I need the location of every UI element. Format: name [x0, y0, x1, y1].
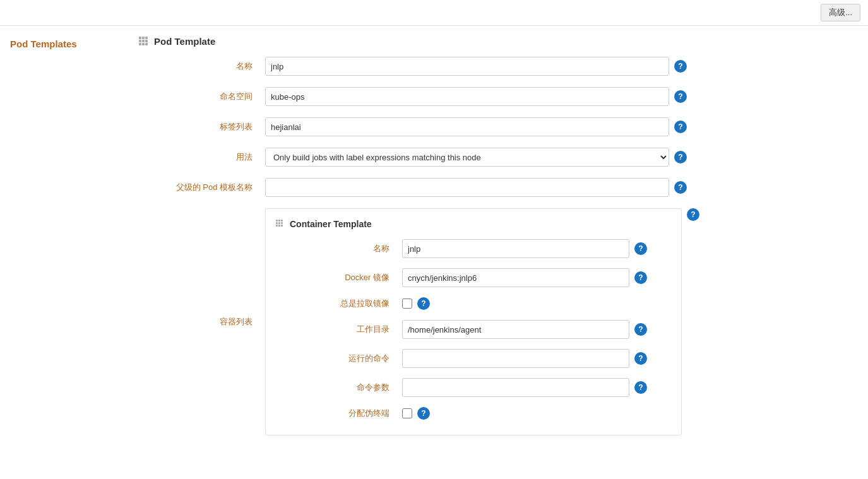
parent-pod-help-icon[interactable]: ? [674, 181, 687, 194]
container-list-help-icon[interactable]: ? [687, 208, 699, 221]
container-template-header: Container Template [276, 219, 671, 229]
work-dir-row: 工作目录 ? [301, 320, 671, 339]
label-list-label: 标签列表 [139, 121, 265, 133]
namespace-row: 命名空间 ? [139, 87, 855, 106]
allocate-tty-label: 分配伪终端 [301, 408, 402, 419]
label-list-control-wrap: ? [265, 117, 855, 136]
label-list-help-icon[interactable]: ? [674, 121, 687, 133]
command-control-wrap: ? [402, 349, 647, 368]
allocate-tty-row: 分配伪终端 ? [301, 407, 671, 420]
name-input[interactable] [265, 57, 669, 76]
label-list-input[interactable] [265, 117, 669, 136]
container-template-drag-icon [276, 220, 285, 228]
container-name-control-wrap: ? [402, 239, 647, 258]
work-dir-input[interactable] [402, 320, 629, 339]
usage-control-wrap: Only build jobs with label expressions m… [265, 148, 855, 167]
command-args-input[interactable] [402, 378, 629, 397]
container-list-label: 容器列表 [139, 316, 265, 328]
container-name-row: 名称 ? [301, 239, 671, 258]
allocate-tty-checkbox[interactable] [402, 408, 412, 418]
name-row: 名称 ? [139, 57, 855, 76]
container-template-title: Container Template [290, 219, 372, 229]
parent-pod-row: 父级的 Pod 模板名称 ? [139, 178, 855, 197]
usage-label: 用法 [139, 151, 265, 163]
container-name-input[interactable] [402, 239, 629, 258]
always-pull-help-icon[interactable]: ? [417, 297, 430, 310]
command-input[interactable] [402, 349, 629, 368]
command-args-help-icon[interactable]: ? [634, 381, 647, 394]
name-control-wrap: ? [265, 57, 855, 76]
page-container: 高级... Pod Templates Pod Template 名称 [0, 0, 868, 479]
usage-help-icon[interactable]: ? [674, 151, 687, 163]
pod-template-header: Pod Template [139, 36, 855, 47]
work-dir-control-wrap: ? [402, 320, 647, 339]
top-bar: 高级... [0, 0, 868, 26]
allocate-tty-checkbox-wrap [402, 408, 412, 418]
parent-pod-label: 父级的 Pod 模板名称 [139, 182, 265, 193]
name-help-icon[interactable]: ? [674, 60, 687, 73]
command-args-row: 命令参数 ? [301, 378, 671, 397]
namespace-help-icon[interactable]: ? [674, 90, 687, 103]
command-args-label: 命令参数 [301, 382, 402, 393]
name-label: 名称 [139, 61, 265, 72]
command-args-control-wrap: ? [402, 378, 647, 397]
container-list-row: 容器列表 [139, 208, 855, 435]
pod-template-drag-icon [139, 37, 149, 47]
form-area: Pod Template 名称 ? 命名空间 ? 标签列表 [126, 36, 868, 447]
sidebar-title: Pod Templates [10, 38, 116, 49]
allocate-tty-help-icon[interactable]: ? [417, 407, 430, 420]
usage-row: 用法 Only build jobs with label expression… [139, 148, 855, 167]
namespace-input[interactable] [265, 87, 669, 106]
always-pull-checkbox[interactable] [402, 299, 412, 309]
docker-image-help-icon[interactable]: ? [634, 271, 647, 284]
allocate-tty-control-wrap: ? [402, 407, 430, 420]
docker-image-input[interactable] [402, 268, 629, 287]
advanced-button[interactable]: 高级... [821, 4, 860, 21]
always-pull-control-wrap: ? [402, 297, 430, 310]
usage-select[interactable]: Only build jobs with label expressions m… [265, 148, 669, 167]
command-row: 运行的命令 ? [301, 349, 671, 368]
label-list-row: 标签列表 ? [139, 117, 855, 136]
namespace-label: 命名空间 [139, 91, 265, 102]
container-list-control-wrap: Container Template 名称 ? [265, 208, 855, 435]
parent-pod-control-wrap: ? [265, 178, 855, 197]
docker-image-control-wrap: ? [402, 268, 647, 287]
command-help-icon[interactable]: ? [634, 352, 647, 365]
work-dir-help-icon[interactable]: ? [634, 323, 647, 336]
command-label: 运行的命令 [301, 353, 402, 364]
sidebar: Pod Templates [0, 36, 126, 447]
work-dir-label: 工作目录 [301, 324, 402, 335]
pod-template-title: Pod Template [154, 36, 215, 47]
container-name-label: 名称 [301, 243, 402, 254]
parent-pod-input[interactable] [265, 178, 669, 197]
always-pull-checkbox-wrap [402, 299, 412, 309]
docker-image-row: Docker 镜像 ? [301, 268, 671, 287]
container-name-help-icon[interactable]: ? [634, 242, 647, 255]
container-template-box: Container Template 名称 ? [265, 208, 682, 435]
docker-image-label: Docker 镜像 [301, 272, 402, 283]
main-content: Pod Templates Pod Template 名称 ? [0, 26, 868, 457]
always-pull-label: 总是拉取镜像 [301, 298, 402, 309]
always-pull-row: 总是拉取镜像 ? [301, 297, 671, 310]
namespace-control-wrap: ? [265, 87, 855, 106]
